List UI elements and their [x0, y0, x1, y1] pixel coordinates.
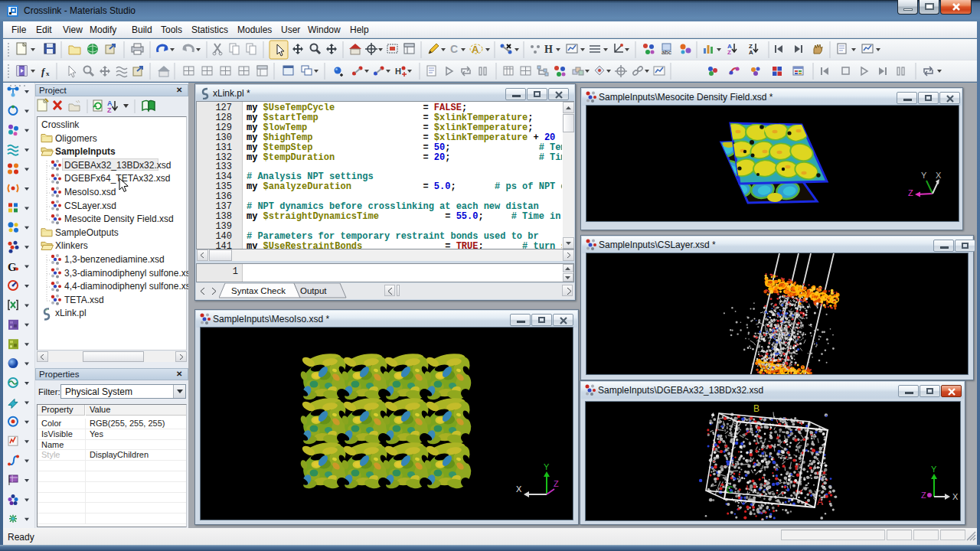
svg-text:H: H: [395, 67, 401, 76]
svg-text:x: x: [46, 70, 50, 77]
svg-text:A: A: [817, 497, 823, 507]
svg-text:Z: Z: [107, 106, 112, 114]
svg-text:Y: Y: [931, 465, 937, 474]
svg-text:C: C: [727, 484, 733, 495]
svg-text:Z: Z: [908, 188, 913, 197]
svg-text:H: H: [544, 44, 553, 55]
svg-text:Y: Y: [921, 171, 927, 180]
svg-text:Z: Z: [727, 49, 731, 56]
svg-text:B: B: [753, 403, 760, 414]
svg-text:abc: abc: [662, 49, 671, 56]
svg-text:X: X: [952, 492, 959, 501]
svg-text:C: C: [450, 43, 458, 55]
svg-text:Z: Z: [554, 479, 559, 488]
svg-text:Z: Z: [921, 491, 926, 500]
svg-text:G: G: [8, 261, 17, 273]
svg-text:X: X: [516, 484, 522, 494]
svg-text:X: X: [936, 171, 942, 180]
svg-text:A: A: [749, 49, 753, 56]
svg-text:Y: Y: [544, 462, 550, 471]
